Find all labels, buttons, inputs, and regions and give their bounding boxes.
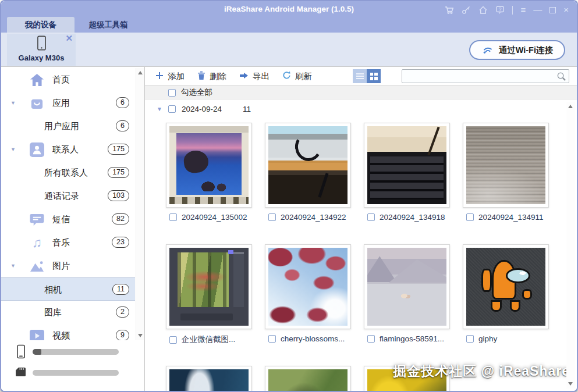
photo-checkbox[interactable] [169, 213, 177, 221]
photo-thumbnail[interactable] [166, 123, 252, 208]
photo-checkbox[interactable] [367, 335, 375, 343]
phone-storage-fill [33, 349, 41, 355]
usb-connect-icon[interactable] [462, 5, 471, 15]
sidebar-item-user-apps[interactable]: 用户应用 6 [1, 115, 135, 138]
count-badge: 6 [116, 120, 129, 131]
photo-thumbnail[interactable] [463, 123, 549, 208]
photo-thumbnail[interactable] [463, 244, 549, 329]
refresh-button[interactable]: 刷新 [282, 71, 312, 82]
photo-cell: 20240924_134922 [265, 123, 351, 222]
count-badge: 2 [116, 307, 129, 318]
photo-thumbnail[interactable] [166, 366, 252, 391]
home-icon[interactable] [478, 5, 488, 15]
titlebar: iReaShare Android Manager (1.0.5) ? ≡ — … [1, 1, 577, 33]
sdcard-storage-bar [33, 370, 119, 376]
count-badge: 82 [112, 213, 129, 224]
collapse-arrow-icon[interactable]: ▼ [10, 263, 16, 269]
sidebar-item-apps[interactable]: ▼ 应用 6 [1, 91, 135, 115]
photo-name: 20240924_134911 [478, 213, 544, 222]
sidebar-item-call-log[interactable]: 通话记录 103 [1, 184, 135, 208]
delete-button[interactable]: 删除 [197, 71, 226, 82]
search-icon[interactable] [556, 72, 566, 81]
photo-name: 企业微信截图... [182, 334, 235, 345]
grid-view-button[interactable] [367, 69, 381, 83]
music-icon: ♫ [29, 235, 45, 251]
photo-cell: 20240924_134911 [463, 123, 549, 222]
photo-cell: flamingos-58591... [364, 244, 450, 343]
group-date: 2024-09-24 [182, 105, 222, 113]
app-window: iReaShare Android Manager (1.0.5) ? ≡ — … [0, 0, 578, 392]
add-button[interactable]: 添加 [155, 71, 185, 82]
pictures-icon [29, 258, 45, 274]
photo-cell: cherry-blossoms... [265, 244, 351, 343]
sms-icon [29, 212, 45, 227]
tab-super-toolbox[interactable]: 超级工具箱 [75, 17, 142, 33]
close-button[interactable]: × [563, 5, 569, 15]
sidebar-item-sms[interactable]: 短信 82 [1, 208, 135, 231]
count-badge: 175 [108, 167, 129, 178]
count-badge: 6 [116, 97, 129, 108]
collapse-arrow-icon[interactable]: ▼ [10, 100, 16, 106]
sidebar-item-gallery[interactable]: 图库 2 [1, 301, 135, 324]
maximize-button[interactable] [549, 7, 556, 13]
group-checkbox[interactable] [168, 105, 176, 113]
tab-my-device[interactable]: 我的设备 [7, 17, 75, 33]
photo-thumbnail[interactable] [265, 244, 351, 329]
scroll-down-icon[interactable] [568, 382, 573, 386]
cart-icon[interactable] [445, 5, 454, 15]
device-bar: ✕ Galaxy M30s 通过Wi-Fi连接 [1, 33, 577, 67]
export-button[interactable]: 导出 [239, 71, 270, 82]
scroll-up-icon[interactable] [138, 71, 143, 74]
photo-thumbnail[interactable] [364, 123, 450, 208]
menu-icon[interactable]: ≡ [520, 5, 526, 15]
wifi-connect-button[interactable]: 通过Wi-Fi连接 [469, 40, 565, 60]
photo-name: 20240924_135002 [182, 213, 247, 222]
photo-thumbnail[interactable] [265, 366, 351, 391]
disconnect-device-icon[interactable]: ✕ [65, 34, 73, 42]
photo-checkbox[interactable] [268, 335, 276, 343]
scroll-up-icon[interactable] [568, 105, 573, 108]
select-all-row: 勾选全部 [145, 86, 577, 99]
minimize-button[interactable]: — [533, 5, 542, 15]
sidebar-item-camera[interactable]: 相机 11 [1, 277, 135, 301]
sidebar-item-music[interactable]: ♫ 音乐 23 [1, 231, 135, 254]
storage-panel [1, 340, 135, 391]
list-view-icon [356, 72, 364, 80]
sidebar: 首页 ▼ 应用 6 用户应用 6 ▼ 联系人 175 [1, 67, 145, 391]
sidebar-item-home[interactable]: 首页 [1, 68, 135, 91]
select-all-checkbox[interactable] [168, 89, 176, 97]
date-group-header: ▼ 2024-09-24 11 [157, 105, 251, 113]
count-badge: 175 [108, 144, 129, 155]
list-view-button[interactable] [353, 69, 367, 83]
photo-name: cherry-blossoms... [281, 334, 345, 343]
group-collapse-icon[interactable]: ▼ [157, 106, 162, 112]
photo-checkbox[interactable] [367, 213, 375, 221]
photo-thumbnail[interactable] [166, 244, 252, 329]
sidebar-scrollbar[interactable] [136, 68, 144, 340]
watermark: 掘金技术社区 @ iReaShare [393, 362, 570, 380]
group-count: 11 [243, 105, 251, 113]
wifi-connect-label: 通过Wi-Fi连接 [499, 45, 553, 56]
device-card[interactable]: ✕ Galaxy M30s [7, 34, 76, 66]
scroll-down-icon[interactable] [138, 334, 143, 337]
sidebar-item-contacts[interactable]: ▼ 联系人 175 [1, 138, 135, 161]
sidebar-item-all-contacts[interactable]: 所有联系人 175 [1, 161, 135, 184]
search-input[interactable] [402, 70, 569, 83]
photo-cell: 企业微信截图... [166, 244, 252, 345]
grid-view-icon [370, 73, 378, 80]
count-badge: 23 [112, 237, 129, 248]
photo-thumbnail[interactable] [265, 123, 351, 208]
content-scrollbar[interactable] [566, 102, 575, 389]
contact-icon [29, 142, 45, 158]
photo-thumbnail[interactable] [364, 244, 450, 329]
collapse-arrow-icon[interactable]: ▼ [10, 147, 16, 152]
photo-checkbox[interactable] [268, 213, 276, 221]
photo-checkbox[interactable] [466, 335, 474, 343]
photo-checkbox[interactable] [169, 336, 177, 344]
photo-checkbox[interactable] [466, 213, 474, 221]
sidebar-item-pictures[interactable]: ▼ 图片 [1, 254, 135, 277]
search-box [402, 69, 569, 83]
help-icon[interactable]: ? [495, 5, 505, 15]
photo-cell [166, 366, 252, 391]
trash-icon [197, 71, 205, 81]
